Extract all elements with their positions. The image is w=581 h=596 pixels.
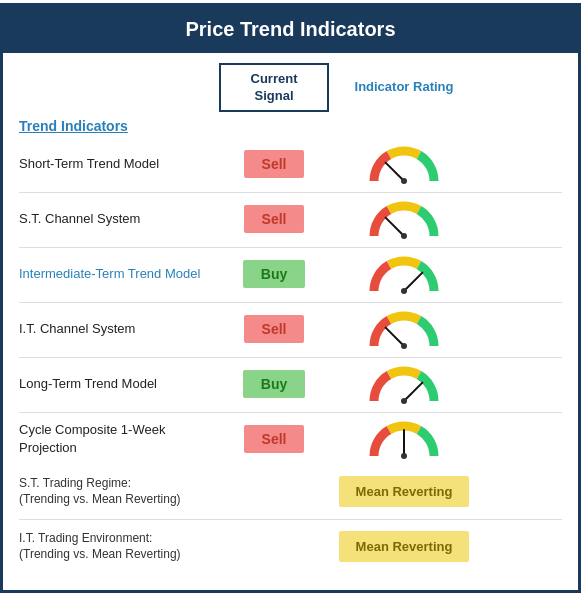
table-row: S.T. Channel System Sell — [19, 195, 562, 243]
svg-point-9 — [401, 398, 407, 404]
signal-badge: Buy — [243, 370, 305, 398]
card-title: Price Trend Indicators — [3, 6, 578, 53]
mean-reverting-cell: Mean Reverting — [329, 476, 479, 507]
header-row: CurrentSignal Indicator Rating — [19, 63, 562, 113]
signal-badge: Sell — [244, 425, 305, 453]
row-label: Cycle Composite 1-Week Projection — [19, 421, 219, 457]
gauge-cell — [329, 143, 479, 185]
mean-reverting-badge: Mean Reverting — [339, 476, 469, 507]
trading-row-label: S.T. Trading Regime:(Trending vs. Mean R… — [19, 475, 219, 509]
card-body: CurrentSignal Indicator Rating Trend Ind… — [3, 53, 578, 591]
row-label: Short-Term Trend Model — [19, 155, 219, 173]
main-card: Price Trend Indicators CurrentSignal Ind… — [0, 3, 581, 594]
signal-badge: Buy — [243, 260, 305, 288]
signal-cell: Sell — [219, 205, 329, 233]
signal-badge: Sell — [244, 205, 305, 233]
svg-line-8 — [404, 383, 422, 401]
row-label: Long-Term Trend Model — [19, 375, 219, 393]
signal-column-header: CurrentSignal — [219, 63, 329, 113]
svg-point-7 — [401, 343, 407, 349]
signal-cell: Sell — [219, 150, 329, 178]
row-label: Intermediate-Term Trend Model — [19, 265, 219, 283]
row-label: I.T. Channel System — [19, 320, 219, 338]
signal-cell: Sell — [219, 315, 329, 343]
trading-row: S.T. Trading Regime:(Trending vs. Mean R… — [19, 467, 562, 515]
svg-line-4 — [404, 273, 422, 291]
trading-row-label: I.T. Trading Environment:(Trending vs. M… — [19, 530, 219, 564]
table-row: Long-Term Trend Model Buy — [19, 360, 562, 408]
svg-point-11 — [401, 453, 407, 459]
row-divider — [19, 192, 562, 193]
row-divider — [19, 412, 562, 413]
svg-point-5 — [401, 288, 407, 294]
rows-container: Short-Term Trend Model Sell S.T. Channel… — [19, 140, 562, 463]
mean-reverting-badge: Mean Reverting — [339, 531, 469, 562]
table-row: Intermediate-Term Trend Model Buy — [19, 250, 562, 298]
gauge-cell — [329, 418, 479, 460]
table-row: Short-Term Trend Model Sell — [19, 140, 562, 188]
mean-reverting-cell: Mean Reverting — [329, 531, 479, 562]
svg-point-1 — [401, 178, 407, 184]
table-row: I.T. Channel System Sell — [19, 305, 562, 353]
svg-point-3 — [401, 233, 407, 239]
signal-cell: Sell — [219, 425, 329, 453]
table-row: Cycle Composite 1-Week Projection Sell — [19, 415, 562, 463]
gauge-cell — [329, 198, 479, 240]
signal-cell: Buy — [219, 370, 329, 398]
signal-cell: Buy — [219, 260, 329, 288]
section-label: Trend Indicators — [19, 118, 562, 134]
svg-line-6 — [386, 328, 404, 346]
trading-row-divider — [19, 519, 562, 520]
svg-line-0 — [386, 163, 404, 181]
trading-rows-container: S.T. Trading Regime:(Trending vs. Mean R… — [19, 467, 562, 570]
signal-badge: Sell — [244, 315, 305, 343]
gauge-cell — [329, 363, 479, 405]
gauge-cell — [329, 253, 479, 295]
row-divider — [19, 247, 562, 248]
row-divider — [19, 357, 562, 358]
gauge-cell — [329, 308, 479, 350]
signal-badge: Sell — [244, 150, 305, 178]
rating-column-header: Indicator Rating — [329, 63, 479, 113]
svg-line-2 — [386, 218, 404, 236]
row-divider — [19, 302, 562, 303]
trading-row: I.T. Trading Environment:(Trending vs. M… — [19, 522, 562, 570]
row-label: S.T. Channel System — [19, 210, 219, 228]
